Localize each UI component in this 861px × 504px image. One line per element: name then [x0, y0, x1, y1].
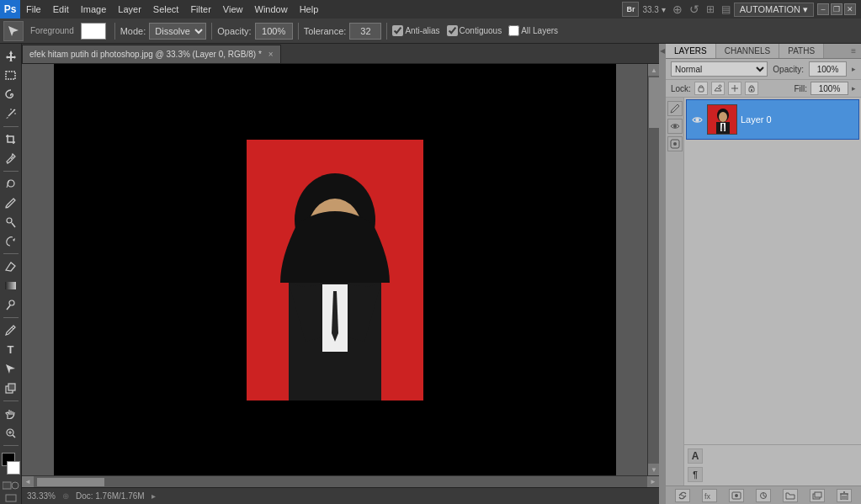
scroll-down-btn[interactable]: ▼: [648, 464, 659, 475]
contiguous-label[interactable]: Contiguous: [447, 25, 502, 36]
add-mask-btn[interactable]: [729, 489, 744, 502]
menu-file[interactable]: File: [20, 3, 47, 16]
dodge-btn[interactable]: [2, 296, 20, 314]
magic-wand-btn[interactable]: [2, 105, 20, 123]
tab-channels[interactable]: CHANNELS: [716, 44, 779, 58]
document-tab[interactable]: efek hitam putih di photoshop.jpg @ 33.3…: [22, 45, 281, 63]
all-layers-label[interactable]: All Layers: [508, 25, 558, 36]
eyedropper-btn[interactable]: [2, 150, 20, 167]
lock-transparent-btn[interactable]: [694, 82, 708, 95]
link-layers-btn[interactable]: [675, 489, 690, 502]
tab-paths[interactable]: PATHS: [779, 44, 824, 58]
menu-image[interactable]: Image: [75, 3, 113, 16]
shape-btn[interactable]: [2, 379, 20, 397]
background-swatch[interactable]: [7, 461, 20, 475]
restore-button[interactable]: ❐: [831, 3, 842, 15]
vector-mask-icon[interactable]: [667, 136, 683, 151]
tab-close-icon[interactable]: ×: [268, 50, 274, 59]
zoom-btn[interactable]: [2, 424, 20, 442]
menu-help[interactable]: Help: [294, 3, 325, 16]
divider: [114, 23, 115, 40]
anti-alias-checkbox[interactable]: [392, 25, 403, 36]
canvas-scroll[interactable]: [22, 64, 647, 475]
gradient-btn[interactable]: [2, 277, 20, 294]
tab-layers[interactable]: LAYERS: [666, 44, 716, 58]
history-brush-btn[interactable]: [2, 232, 20, 250]
scroll-right-btn[interactable]: ►: [647, 476, 659, 488]
lock-image-btn[interactable]: [711, 82, 725, 95]
menu-filter[interactable]: Filter: [184, 3, 216, 16]
tool-separator5: [3, 401, 19, 401]
path-select-btn[interactable]: [2, 360, 20, 378]
svg-point-35: [719, 85, 721, 88]
crop-btn[interactable]: [2, 130, 20, 148]
svg-rect-23: [3, 482, 11, 489]
anti-alias-label[interactable]: Anti-alias: [392, 25, 439, 36]
create-layer-btn[interactable]: [810, 489, 825, 502]
lasso-btn[interactable]: [2, 86, 20, 103]
mode-select[interactable]: Dissolve: [149, 23, 206, 40]
tolerance-input[interactable]: [349, 23, 381, 40]
lock-all-btn[interactable]: [745, 82, 758, 95]
hand-btn[interactable]: [2, 405, 20, 422]
heal-btn[interactable]: [2, 175, 20, 193]
canvas-container: ▲ ▼ ◄ ►: [22, 64, 659, 487]
screen-mode-btn[interactable]: [2, 493, 20, 504]
menu-view[interactable]: View: [217, 3, 249, 16]
fill-input[interactable]: [811, 82, 848, 95]
menu-window[interactable]: Window: [249, 3, 294, 16]
svg-marker-16: [6, 364, 15, 374]
bridge-button[interactable]: Br: [622, 2, 639, 17]
status-bar: 33.33% ⊕ Doc: 1.76M/1.76M ▸: [22, 487, 659, 504]
eraser-btn[interactable]: [2, 257, 20, 275]
all-layers-checkbox[interactable]: [508, 25, 519, 36]
tool-separator3: [3, 253, 19, 254]
blend-mode-select[interactable]: Normal: [671, 61, 768, 77]
move-tool-btn[interactable]: [2, 47, 20, 65]
text-tool-icon-a[interactable]: A: [688, 448, 703, 464]
layers-mode-row: Normal Opacity: ▸: [666, 59, 861, 80]
paragraph-icon[interactable]: ¶: [688, 467, 703, 482]
svg-rect-56: [815, 492, 821, 497]
create-adjustment-btn[interactable]: [756, 489, 771, 502]
layer-row-0[interactable]: Layer 0: [686, 99, 859, 140]
contiguous-checkbox[interactable]: [447, 25, 458, 36]
scroll-thumb-v[interactable]: [649, 77, 659, 128]
svg-point-11: [7, 218, 12, 223]
workspace-button[interactable]: AUTOMATION ▾: [734, 3, 814, 17]
layer-visibility-btn[interactable]: [690, 113, 704, 126]
canvas-scrollbar-horizontal[interactable]: ◄ ►: [22, 475, 659, 487]
fill-arrow[interactable]: ▸: [852, 84, 856, 93]
opacity-arrow[interactable]: ▸: [852, 65, 856, 73]
collapse-bar[interactable]: ◀: [659, 44, 666, 504]
eye-visibility-icon[interactable]: [667, 119, 683, 134]
brush-btn[interactable]: [2, 194, 20, 212]
brush-indicator-icon[interactable]: [667, 101, 683, 116]
minimize-button[interactable]: –: [817, 3, 829, 15]
delete-layer-btn[interactable]: [837, 489, 852, 502]
lock-position-btn[interactable]: [728, 82, 741, 95]
tool-separator2: [3, 171, 19, 172]
marquee-rect-btn[interactable]: [2, 66, 20, 84]
color-swatches[interactable]: [2, 453, 20, 475]
scroll-left-btn[interactable]: ◄: [22, 476, 34, 488]
opacity-input[interactable]: [809, 61, 847, 77]
scroll-thumb-h[interactable]: [37, 478, 104, 486]
foreground-color-swatch[interactable]: [81, 23, 106, 40]
status-arrow[interactable]: ▸: [151, 491, 156, 501]
canvas-scrollbar-vertical[interactable]: ▲ ▼: [647, 64, 659, 475]
clone-btn[interactable]: [2, 214, 20, 231]
svg-point-53: [735, 494, 738, 497]
panel-options-btn[interactable]: ≡: [846, 45, 861, 57]
create-group-btn[interactable]: [783, 489, 798, 502]
opacity-input[interactable]: [255, 23, 293, 40]
scroll-up-btn[interactable]: ▲: [648, 64, 659, 76]
quick-mask-btn[interactable]: [2, 480, 20, 491]
close-button[interactable]: ✕: [844, 3, 856, 15]
type-btn[interactable]: T: [2, 341, 20, 358]
menu-edit[interactable]: Edit: [47, 3, 75, 16]
add-style-btn[interactable]: fx: [702, 489, 717, 502]
menu-select[interactable]: Select: [147, 3, 185, 16]
pen-btn[interactable]: [2, 321, 20, 339]
menu-layer[interactable]: Layer: [112, 3, 147, 16]
